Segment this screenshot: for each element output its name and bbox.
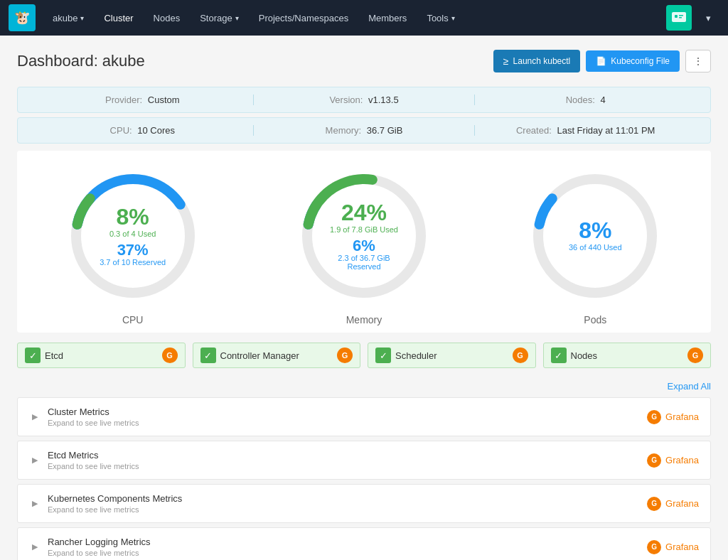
launch-kubectl-button[interactable]: ≥ Launch kubectl xyxy=(493,50,580,72)
scheduler-grafana-icon[interactable]: G xyxy=(513,348,528,363)
rancher-logging-metrics-row: ▶ Rancher Logging Metrics Expand to see … xyxy=(17,527,711,560)
expand-all-button[interactable]: Expand All xyxy=(668,381,711,392)
metrics-section: ▶ Cluster Metrics Expand to see live met… xyxy=(17,397,711,560)
etcd-label: Etcd xyxy=(45,350,158,361)
etcd-metrics-subtitle: Expand to see live metrics xyxy=(48,462,647,470)
cluster-grafana-link[interactable]: G Grafana xyxy=(647,410,699,424)
k8s-components-title: Kubernetes Components Metrics xyxy=(48,493,647,504)
etcd-metrics-info: Etcd Metrics Expand to see live metrics xyxy=(48,450,647,470)
tools-chevron-icon: ▾ xyxy=(451,14,455,22)
status-chip-scheduler: ✓ Scheduler G xyxy=(368,343,536,368)
k8s-components-grafana-icon: G xyxy=(647,497,661,511)
kubernetes-components-metrics-row: ▶ Kubernetes Components Metrics Expand t… xyxy=(17,484,711,523)
nodes-check-icon: ✓ xyxy=(551,348,567,363)
status-chip-etcd: ✓ Etcd G xyxy=(17,343,186,368)
nodes-label: Nodes xyxy=(571,350,684,361)
cpu-gauge-label: CPU xyxy=(122,314,144,325)
user-menu-chevron[interactable]: ▾ xyxy=(697,9,719,28)
etcd-check-icon: ✓ xyxy=(25,348,41,363)
cluster-metrics-row: ▶ Cluster Metrics Expand to see live met… xyxy=(17,397,711,436)
cpu-gauge: 8% 0.3 of 4 Used 37% 3.7 of 10 Reserved … xyxy=(26,165,240,325)
cpu-info: CPU: 10 Cores xyxy=(32,125,254,136)
expand-all-row: Expand All xyxy=(17,378,711,394)
status-chip-nodes: ✓ Nodes G xyxy=(543,343,712,368)
kubectl-icon: ≥ xyxy=(503,55,509,67)
nav-tools[interactable]: Tools ▾ xyxy=(418,9,463,28)
nav-members[interactable]: Members xyxy=(360,9,415,28)
rancher-logging-expand-icon[interactable]: ▶ xyxy=(29,542,41,553)
navbar-logo: 🐮 xyxy=(9,4,36,31)
status-chip-controller-manager: ✓ Controller Manager G xyxy=(193,343,361,368)
etcd-grafana-link[interactable]: G Grafana xyxy=(647,453,699,468)
pods-gauge-center: 8% 36 of 440 Used xyxy=(569,219,622,253)
info-bar-1: Provider: Custom Version: v1.13.5 Nodes:… xyxy=(17,87,711,113)
user-avatar[interactable] xyxy=(666,5,692,31)
etcd-metrics-title: Etcd Metrics xyxy=(48,450,647,461)
info-bar-2: CPU: 10 Cores Memory: 36.7 GiB Created: … xyxy=(17,117,711,144)
k8s-components-grafana-link[interactable]: G Grafana xyxy=(647,497,699,511)
scheduler-label: Scheduler xyxy=(395,350,508,361)
controller-manager-check-icon: ✓ xyxy=(200,348,216,363)
svg-rect-1 xyxy=(675,15,678,18)
svg-rect-2 xyxy=(679,15,683,16)
cpu-gauge-center: 8% 0.3 of 4 Used 37% 3.7 of 10 Reserved xyxy=(100,205,166,266)
nav-projects-namespaces[interactable]: Projects/Namespaces xyxy=(250,9,357,28)
cluster-chevron-icon: ▾ xyxy=(80,14,84,22)
cluster-metrics-expand-icon[interactable]: ▶ xyxy=(29,411,41,423)
rancher-logging-info: Rancher Logging Metrics Expand to see li… xyxy=(48,537,647,557)
memory-gauge-label: Memory xyxy=(346,314,382,325)
k8s-components-expand-icon[interactable]: ▶ xyxy=(29,498,41,510)
version-info: Version: v1.13.5 xyxy=(254,95,476,105)
navbar: 🐮 akube ▾ Cluster Nodes Storage ▾ Projec… xyxy=(0,0,728,36)
nav-cluster-dropdown[interactable]: akube ▾ xyxy=(44,9,92,28)
etcd-metrics-expand-icon[interactable]: ▶ xyxy=(29,455,41,466)
svg-rect-0 xyxy=(672,12,686,22)
etcd-grafana-icon[interactable]: G xyxy=(162,348,178,363)
cluster-metrics-info: Cluster Metrics Expand to see live metri… xyxy=(48,406,647,427)
rancher-logging-subtitle: Expand to see live metrics xyxy=(48,549,647,557)
rancher-logging-title: Rancher Logging Metrics xyxy=(48,537,647,547)
nav-nodes[interactable]: Nodes xyxy=(145,9,189,28)
rancher-logging-grafana-link[interactable]: G Grafana xyxy=(647,540,699,554)
pods-gauge-label: Pods xyxy=(584,314,606,325)
created-info: Created: Last Friday at 11:01 PM xyxy=(475,125,696,136)
k8s-components-subtitle: Expand to see live metrics xyxy=(48,505,647,514)
status-chips-row: ✓ Etcd G ✓ Controller Manager G ✓ Schedu… xyxy=(17,343,711,368)
cluster-metrics-subtitle: Expand to see live metrics xyxy=(48,419,647,427)
rancher-logging-grafana-icon: G xyxy=(647,540,661,554)
controller-manager-label: Controller Manager xyxy=(220,350,333,361)
gauges-row: 8% 0.3 of 4 Used 37% 3.7 of 10 Reserved … xyxy=(17,151,711,333)
header-actions: ≥ Launch kubectl 📄 Kubeconfig File ⋮ xyxy=(493,50,711,72)
more-options-button[interactable]: ⋮ xyxy=(685,50,711,72)
memory-gauge-center: 24% 1.9 of 7.8 GiB Used 6% 2.3 of 36.7 G… xyxy=(328,201,400,271)
page-title: Dashboard: akube xyxy=(17,52,145,70)
cluster-grafana-icon: G xyxy=(647,410,661,424)
nodes-grafana-icon[interactable]: G xyxy=(687,348,703,363)
k8s-components-info: Kubernetes Components Metrics Expand to … xyxy=(48,493,647,514)
memory-info: Memory: 36.7 GiB xyxy=(254,125,476,136)
nav-storage[interactable]: Storage ▾ xyxy=(191,9,247,28)
cluster-metrics-title: Cluster Metrics xyxy=(48,406,647,417)
pods-gauge: 8% 36 of 440 Used Pods xyxy=(488,165,702,325)
svg-rect-3 xyxy=(679,17,682,18)
provider-info: Provider: Custom xyxy=(32,95,254,105)
page-header: Dashboard: akube ≥ Launch kubectl 📄 Kube… xyxy=(17,50,711,72)
nodes-info: Nodes: 4 xyxy=(475,95,696,105)
kubeconfig-file-button[interactable]: 📄 Kubeconfig File xyxy=(586,50,680,72)
nav-cluster[interactable]: Cluster xyxy=(95,9,141,28)
kubeconfig-icon: 📄 xyxy=(596,56,606,66)
navbar-right: ▾ xyxy=(666,5,719,31)
etcd-grafana-icon: G xyxy=(647,453,661,468)
storage-chevron-icon: ▾ xyxy=(235,14,239,22)
scheduler-check-icon: ✓ xyxy=(375,348,391,363)
main-content: Dashboard: akube ≥ Launch kubectl 📄 Kube… xyxy=(0,36,728,560)
memory-gauge: 24% 1.9 of 7.8 GiB Used 6% 2.3 of 36.7 G… xyxy=(257,165,471,325)
etcd-metrics-row: ▶ Etcd Metrics Expand to see live metric… xyxy=(17,441,711,480)
controller-manager-grafana-icon[interactable]: G xyxy=(337,348,353,363)
